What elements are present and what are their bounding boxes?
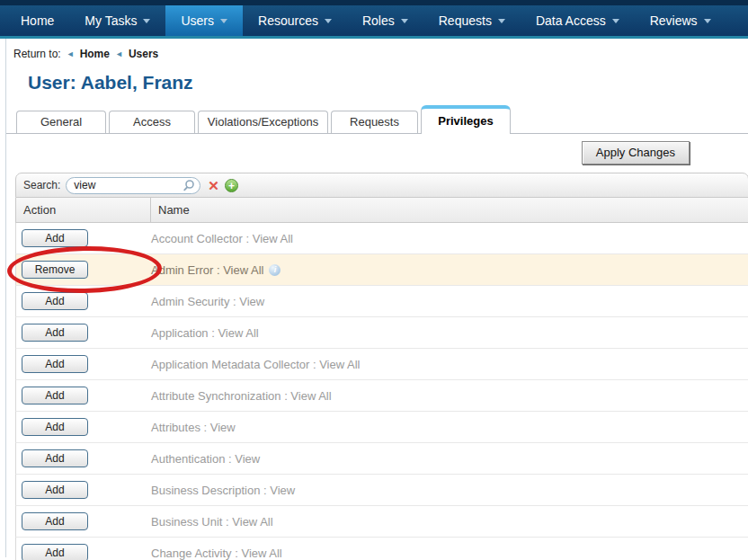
page-title: User: Aabel, Franz: [28, 72, 748, 93]
privilege-name: Attributes : View: [151, 421, 236, 434]
nav-item-label: Requests: [439, 13, 492, 28]
add-button[interactable]: Add: [22, 481, 88, 499]
nav-item-data-access[interactable]: Data Access: [521, 5, 635, 36]
add-button[interactable]: Add: [22, 324, 88, 342]
table-row: Add Authentication : View: [15, 443, 748, 475]
action-cell: Add: [16, 380, 151, 411]
search-box: [66, 177, 200, 194]
nav-item-my-tasks[interactable]: My Tasks: [69, 5, 165, 36]
tab-privileges[interactable]: Privileges: [421, 105, 511, 134]
name-cell: Application Metadata Collector : View Al…: [151, 349, 748, 379]
name-cell: Admin Error : View All i: [151, 254, 748, 285]
top-navigation-bar: Home My Tasks Users Resources Roles Requ…: [0, 0, 748, 39]
table-header: Action Name: [15, 198, 748, 223]
nav-item-roles[interactable]: Roles: [347, 5, 423, 36]
privilege-name: Admin Security : View: [151, 295, 264, 308]
chevron-down-icon: [498, 19, 505, 23]
table-row: Add Change Activity : View All: [15, 538, 748, 560]
breadcrumb: Return to: ◄ Home ◄ Users: [6, 39, 748, 60]
add-button[interactable]: Add: [22, 355, 88, 373]
name-cell: Business Description : View: [151, 475, 748, 505]
privilege-name: Admin Error : View All: [151, 263, 263, 277]
chevron-down-icon: [325, 19, 332, 23]
add-button[interactable]: Add: [22, 449, 88, 467]
table-row: Add Attribute Synchronization : View All: [15, 380, 748, 412]
chevron-down-icon: [143, 19, 150, 23]
action-cell: Add: [16, 349, 151, 379]
chevron-down-icon: [704, 19, 711, 23]
privilege-name: Attribute Synchronization : View All: [151, 389, 332, 403]
search-toolbar: Search: ✕ +: [15, 173, 748, 198]
action-cell: Add: [16, 538, 151, 560]
nav-item-home[interactable]: Home: [5, 5, 69, 36]
add-button[interactable]: Add: [22, 387, 88, 404]
nav-item-requests[interactable]: Requests: [423, 5, 521, 36]
name-cell: Change Activity : View All: [151, 538, 748, 560]
breadcrumb-prefix: Return to:: [13, 48, 61, 60]
nav-item-label: Roles: [362, 13, 395, 28]
chevron-down-icon: [220, 19, 227, 23]
action-cell: Add: [16, 223, 151, 253]
chevron-down-icon: [612, 19, 619, 23]
table-row: Add Admin Security : View: [15, 286, 748, 317]
nav-item-users[interactable]: Users: [165, 5, 243, 36]
breadcrumb-arrow-icon: ◄: [67, 49, 75, 58]
name-cell: Application : View All: [151, 317, 748, 348]
privilege-name: Business Description : View: [151, 484, 295, 497]
breadcrumb-arrow-icon: ◄: [115, 49, 123, 58]
name-cell: Admin Security : View: [151, 286, 748, 316]
tab-access[interactable]: Access: [109, 111, 195, 133]
chevron-down-icon: [401, 19, 408, 23]
add-button[interactable]: Add: [22, 512, 88, 530]
table-row: Add Business Description : View: [15, 475, 748, 506]
remove-button[interactable]: Remove: [22, 261, 88, 279]
table-row: Add Business Unit : View All: [15, 506, 748, 538]
action-cell: Add: [16, 412, 151, 442]
nav-item-resources[interactable]: Resources: [243, 5, 347, 36]
info-icon[interactable]: i: [269, 264, 280, 276]
privilege-name: Change Activity : View All: [151, 547, 282, 560]
apply-changes-button[interactable]: Apply Changes: [582, 141, 690, 164]
privilege-name: Business Unit : View All: [151, 515, 273, 529]
add-button[interactable]: Add: [22, 292, 88, 310]
add-button[interactable]: Add: [22, 418, 88, 436]
column-header-name: Name: [151, 198, 748, 222]
page-content: Return to: ◄ Home ◄ Users User: Aabel, F…: [5, 39, 748, 557]
privilege-name: Application Metadata Collector : View Al…: [151, 358, 360, 371]
tab-violations-exceptions[interactable]: Violations/Exceptions: [198, 111, 328, 133]
search-label: Search:: [23, 179, 60, 191]
add-search-icon[interactable]: +: [225, 179, 238, 192]
breadcrumb-link-home[interactable]: Home: [80, 48, 110, 60]
search-input[interactable]: [74, 179, 183, 191]
action-cell: Add: [16, 317, 151, 348]
privilege-name: Account Collector : View All: [151, 232, 293, 245]
apply-changes-row: Apply Changes: [6, 134, 748, 166]
name-cell: Attributes : View: [151, 412, 748, 442]
tab-requests[interactable]: Requests: [331, 111, 418, 133]
privileges-panel: Search: ✕ + Action Name Add Account Coll…: [15, 173, 748, 560]
add-button[interactable]: Add: [22, 229, 88, 247]
action-cell: Remove: [16, 254, 151, 285]
tab-strip: General Access Violations/Exceptions Req…: [6, 105, 748, 134]
table-row: Add Application : View All: [15, 317, 748, 349]
privilege-name: Application : View All: [151, 326, 259, 340]
name-cell: Authentication : View: [151, 443, 748, 474]
table-row: Add Account Collector : View All: [15, 223, 748, 254]
nav-item-label: My Tasks: [85, 13, 137, 28]
name-cell: Business Unit : View All: [151, 506, 748, 537]
clear-search-icon[interactable]: ✕: [208, 179, 219, 192]
add-button[interactable]: Add: [22, 544, 88, 560]
tab-general[interactable]: General: [16, 111, 106, 133]
nav-item-reviews[interactable]: Reviews: [635, 5, 726, 36]
nav-item-label: Users: [181, 13, 214, 28]
action-cell: Add: [16, 286, 151, 316]
privilege-name: Authentication : View: [151, 452, 260, 466]
name-cell: Attribute Synchronization : View All: [151, 380, 748, 411]
nav-item-label: Home: [21, 13, 54, 28]
nav-item-label: Resources: [258, 13, 318, 28]
action-cell: Add: [16, 443, 151, 474]
nav-item-label: Reviews: [650, 13, 698, 28]
action-cell: Add: [16, 506, 151, 537]
breadcrumb-link-users[interactable]: Users: [129, 48, 158, 60]
nav-item-label: Data Access: [536, 13, 606, 28]
